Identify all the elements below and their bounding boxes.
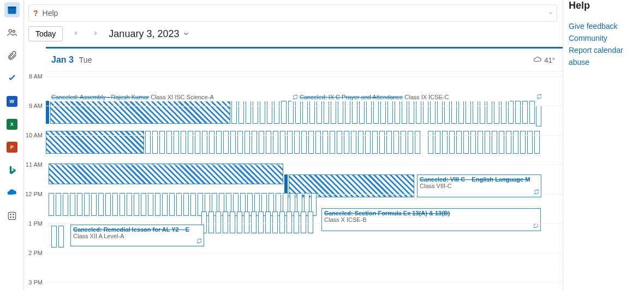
search-text: Help bbox=[43, 9, 58, 17]
todo-icon[interactable] bbox=[4, 71, 20, 86]
search-input[interactable]: ? Help bbox=[28, 4, 557, 22]
onedrive-icon[interactable] bbox=[4, 185, 20, 201]
hour-label: 3 PM bbox=[28, 279, 43, 286]
attachment-icon[interactable] bbox=[4, 48, 20, 63]
date-title-text: January 3, 2023 bbox=[109, 28, 179, 40]
svg-rect-4 bbox=[8, 212, 15, 219]
hour-gridline bbox=[46, 253, 563, 253]
cloud-icon bbox=[533, 56, 542, 64]
app-rail: W X P bbox=[0, 0, 24, 290]
help-link-community[interactable]: Community bbox=[569, 32, 639, 44]
busy-block[interactable] bbox=[50, 101, 230, 124]
svg-rect-1 bbox=[8, 7, 16, 8]
event-card-remedial[interactable]: Canceled: Remedial lesson for AL Y2 – E … bbox=[70, 225, 204, 246]
prev-day-button[interactable] bbox=[69, 27, 82, 40]
chevron-down-icon[interactable] bbox=[548, 9, 553, 17]
powerpoint-icon[interactable]: P bbox=[4, 140, 20, 155]
day-of-week: Tue bbox=[79, 56, 92, 64]
busy-block[interactable] bbox=[145, 131, 424, 154]
busy-block[interactable] bbox=[46, 131, 144, 154]
event-label-prayer[interactable]: Canceled: IX C Prayer and Attendance Cla… bbox=[291, 94, 510, 101]
hour-gridline bbox=[46, 106, 563, 106]
events-area[interactable]: Canceled: Assembly - Rajesh Kumar Class … bbox=[46, 72, 563, 290]
svg-point-6 bbox=[13, 214, 14, 215]
hour-label: 10 AM bbox=[26, 132, 43, 138]
hour-gridline bbox=[46, 135, 563, 136]
day-short: Jan 3 bbox=[51, 55, 74, 64]
recurring-icon bbox=[534, 189, 539, 196]
hour-gridline bbox=[46, 223, 563, 224]
svg-point-7 bbox=[10, 217, 11, 218]
busy-block[interactable] bbox=[49, 164, 283, 184]
excel-icon[interactable]: X bbox=[4, 117, 20, 132]
hour-label: 1 PM bbox=[28, 220, 43, 227]
svg-point-2 bbox=[9, 29, 11, 32]
hour-gridline bbox=[46, 194, 563, 195]
calendar-toolbar: Today January 3, 2023 bbox=[24, 26, 563, 47]
temperature: 41° bbox=[544, 56, 555, 64]
weather-widget[interactable]: 41° bbox=[533, 56, 555, 64]
event-card-section-formula[interactable]: Canceled: Section Formula Ex 13(A) & 13(… bbox=[321, 208, 541, 231]
svg-point-3 bbox=[13, 31, 15, 33]
hour-label: 2 PM bbox=[28, 250, 43, 256]
next-day-button[interactable] bbox=[89, 27, 102, 40]
main-area: ? Help Today January 3, 2023 Jan 3 Tue 4… bbox=[24, 0, 563, 290]
help-heading: Help bbox=[569, 0, 639, 11]
busy-block[interactable] bbox=[428, 131, 542, 154]
help-panel: Help Give feedback Community Report cale… bbox=[563, 0, 644, 290]
calendar-icon[interactable] bbox=[4, 2, 20, 17]
calendar-surface: Jan 3 Tue 41° 8 AM9 AM10 AM11 AM12 PM1 P… bbox=[24, 47, 563, 290]
hour-label: 9 AM bbox=[29, 102, 43, 109]
today-button[interactable]: Today bbox=[28, 26, 63, 41]
date-picker[interactable]: January 3, 2023 bbox=[109, 28, 190, 40]
word-icon[interactable]: W bbox=[4, 94, 20, 109]
chevron-down-icon bbox=[182, 30, 190, 38]
hour-label: 11 AM bbox=[26, 161, 43, 168]
busy-block[interactable] bbox=[536, 106, 541, 126]
event-label-assembly[interactable]: Canceled: Assembly - Rajesh Kumar Class … bbox=[50, 94, 279, 101]
hour-gridline bbox=[46, 282, 563, 283]
hour-label: 8 AM bbox=[29, 73, 43, 80]
apps-icon[interactable] bbox=[4, 208, 20, 223]
help-icon: ? bbox=[33, 9, 38, 17]
help-link-feedback[interactable]: Give feedback bbox=[569, 20, 639, 32]
busy-block[interactable] bbox=[51, 226, 68, 247]
time-column: 8 AM9 AM10 AM11 AM12 PM1 PM2 PM3 PM bbox=[24, 72, 46, 290]
svg-point-8 bbox=[13, 217, 14, 218]
hour-gridline bbox=[46, 76, 563, 77]
busy-block[interactable] bbox=[201, 212, 319, 233]
hour-gridline bbox=[46, 165, 563, 165]
current-time-marker bbox=[46, 101, 49, 124]
day-header: Jan 3 Tue 41° bbox=[46, 47, 563, 72]
svg-point-5 bbox=[10, 214, 11, 215]
bing-icon[interactable] bbox=[4, 162, 20, 178]
recurring-icon bbox=[196, 238, 202, 245]
hour-label: 12 PM bbox=[25, 191, 43, 197]
people-icon[interactable] bbox=[4, 25, 20, 40]
busy-block[interactable] bbox=[231, 101, 537, 124]
recurring-icon bbox=[536, 94, 542, 99]
help-link-report[interactable]: Report calendar abuse bbox=[569, 44, 639, 68]
recurring-icon bbox=[293, 94, 298, 100]
